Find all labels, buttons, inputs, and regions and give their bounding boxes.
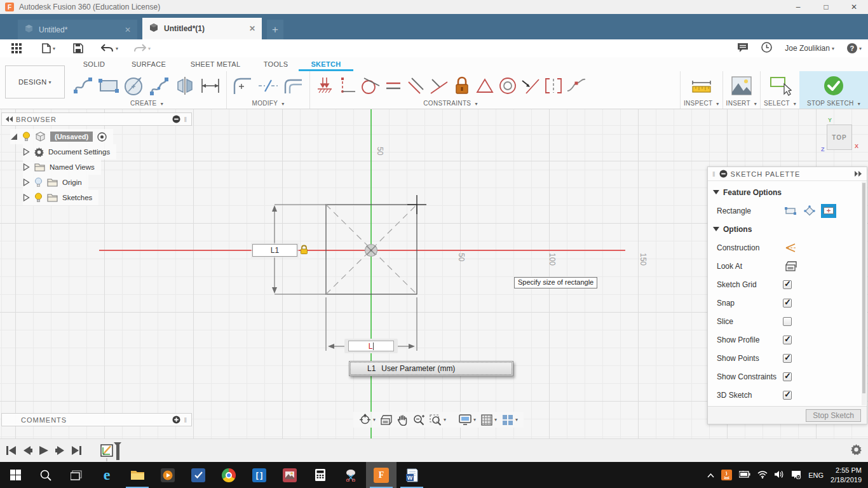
inspect-dropdown[interactable]: INSPECT ▾ — [684, 100, 719, 109]
redo-icon[interactable]: ▾ — [133, 44, 151, 53]
constraints-dropdown[interactable]: CONSTRAINTS ▾ — [423, 100, 477, 109]
tab-solid[interactable]: SOLID — [69, 57, 119, 71]
collapsed-arrow-icon[interactable] — [23, 179, 30, 186]
wifi-tray-icon[interactable] — [757, 471, 768, 480]
expand-arrows-icon[interactable] — [855, 171, 862, 177]
media-player-icon[interactable] — [153, 462, 183, 488]
action-center-tray-icon[interactable] — [791, 470, 801, 480]
feature-options-section[interactable]: Feature Options — [708, 183, 867, 201]
tab-close-icon[interactable]: ✕ — [249, 24, 255, 33]
tab-tools[interactable]: TOOLS — [253, 57, 299, 71]
show-points-checkbox[interactable] — [783, 354, 792, 363]
insert-dropdown[interactable]: INSERT ▾ — [726, 100, 757, 109]
bulb-on-icon[interactable] — [22, 132, 31, 142]
offset-tool-icon[interactable] — [281, 74, 306, 98]
code-app-icon[interactable]: [ ] — [244, 462, 275, 488]
new-tab-button[interactable]: + — [267, 20, 283, 39]
parallel-constraint-icon[interactable] — [405, 74, 428, 98]
collapsed-arrow-icon[interactable] — [23, 163, 30, 171]
timeline-settings-gear-icon[interactable] — [851, 444, 862, 458]
collapsed-arrow-icon[interactable] — [23, 148, 30, 156]
select-dropdown[interactable]: SELECT ▾ — [764, 100, 796, 109]
tab-sheet-metal[interactable]: SHEET METAL — [178, 57, 253, 71]
sketch-dimension-tool-icon[interactable] — [198, 74, 223, 98]
maximize-button[interactable]: □ — [812, 0, 840, 14]
word-icon[interactable]: W — [397, 462, 427, 488]
timeline-sketch-feature[interactable] — [100, 441, 125, 460]
parameter-suggestion-item[interactable]: L1 User Parameter (mm) — [349, 361, 513, 376]
skip-to-start-icon[interactable] — [6, 446, 16, 455]
search-button[interactable] — [31, 462, 61, 488]
panel-grip[interactable]: ‖ — [712, 170, 716, 178]
user-account-menu[interactable]: Joe Zoulikian ▾ — [785, 44, 834, 53]
midpoint-constraint-icon[interactable] — [473, 74, 496, 98]
concentric-constraint-icon[interactable] — [496, 74, 519, 98]
remove-circle-icon[interactable] — [719, 170, 728, 178]
recent-activity-clock-icon[interactable] — [761, 42, 772, 55]
show-constraints-checkbox[interactable] — [783, 372, 792, 381]
activate-radio-icon[interactable] — [97, 132, 107, 142]
help-icon[interactable]: ?▾ — [847, 43, 862, 53]
tab-surface[interactable]: SURFACE — [119, 57, 178, 71]
task-view-button[interactable] — [61, 462, 92, 488]
insert-image-icon[interactable] — [729, 74, 754, 98]
remove-circle-icon[interactable] — [172, 115, 180, 123]
view-cube[interactable]: TOP — [827, 125, 852, 150]
width-dimension-input[interactable]: L — [348, 341, 394, 351]
comments-icon[interactable] — [737, 43, 749, 55]
todo-app-icon[interactable] — [183, 462, 214, 488]
sketch-palette-header[interactable]: ‖ SKETCH PALETTE — [708, 167, 867, 181]
browser-item-document-settings[interactable]: Document Settings — [23, 144, 116, 159]
start-button[interactable] — [0, 462, 31, 488]
skip-to-end-icon[interactable] — [72, 446, 81, 455]
snipping-tool-icon[interactable] — [336, 462, 366, 488]
step-forward-icon[interactable] — [55, 446, 65, 455]
browser-item-sketches[interactable]: Sketches — [23, 190, 98, 205]
grid-menu-icon[interactable] — [11, 43, 22, 53]
save-icon[interactable] — [73, 43, 83, 53]
volume-tray-icon[interactable] — [775, 470, 784, 480]
fix-unfix-constraint-icon[interactable] — [451, 74, 473, 98]
spline-tool-icon[interactable] — [147, 74, 172, 98]
display-settings-icon[interactable]: ▾ — [457, 414, 478, 425]
orbit-icon[interactable]: ▾ — [357, 414, 377, 426]
browser-root-row[interactable]: (Unsaved) — [10, 129, 113, 144]
window-zoom-icon[interactable]: ▾ — [428, 414, 448, 426]
select-tool-icon[interactable] — [768, 74, 793, 98]
photo-app-icon[interactable] — [275, 462, 305, 488]
stop-sketch-dropdown[interactable]: STOP SKETCH ▾ — [807, 100, 860, 109]
symmetry-constraint-icon[interactable] — [542, 74, 565, 98]
add-comment-icon[interactable] — [172, 416, 180, 424]
trim-tool-icon[interactable] — [255, 74, 281, 98]
collinear-constraint-icon[interactable] — [519, 74, 542, 98]
palette-scrollbar[interactable] — [862, 182, 866, 405]
chrome-icon[interactable] — [214, 462, 244, 488]
tray-chevron-up-icon[interactable] — [707, 471, 714, 479]
tangent-constraint-icon[interactable] — [359, 74, 382, 98]
browser-item-origin[interactable]: Origin — [23, 175, 88, 190]
tab-sketch[interactable]: SKETCH — [299, 57, 353, 71]
comments-panel-header[interactable]: COMMENTS ‖ — [1, 413, 192, 426]
minimize-button[interactable]: – — [784, 0, 812, 14]
line-tool-icon[interactable] — [71, 74, 96, 98]
calculator-icon[interactable] — [305, 462, 336, 488]
browser-panel-header[interactable]: BROWSER ‖ — [1, 112, 192, 126]
file-menu-icon[interactable]: ▾ — [42, 43, 55, 53]
bulb-off-icon[interactable] — [34, 177, 43, 187]
options-section[interactable]: Options — [708, 220, 867, 238]
look-at-icon[interactable] — [379, 415, 394, 425]
modify-dropdown[interactable]: MODIFY ▾ — [252, 100, 285, 109]
stop-sketch-button[interactable]: Stop Sketch — [806, 409, 861, 422]
stop-sketch-group[interactable]: STOP SKETCH ▾ — [799, 71, 868, 109]
zoom-icon[interactable] — [411, 414, 426, 426]
collapsed-arrow-icon[interactable] — [23, 194, 30, 201]
undo-icon[interactable]: ▾ — [101, 44, 118, 53]
measure-tool-icon[interactable] — [689, 74, 714, 98]
origin-point[interactable] — [365, 245, 377, 257]
3-point-rectangle-icon[interactable] — [802, 204, 817, 218]
2-point-rectangle-icon[interactable] — [783, 204, 798, 218]
edge-icon[interactable]: e — [92, 462, 122, 488]
snap-checkbox[interactable] — [783, 299, 792, 308]
panel-grip[interactable]: ‖ — [184, 416, 187, 424]
slice-checkbox[interactable] — [783, 317, 792, 326]
